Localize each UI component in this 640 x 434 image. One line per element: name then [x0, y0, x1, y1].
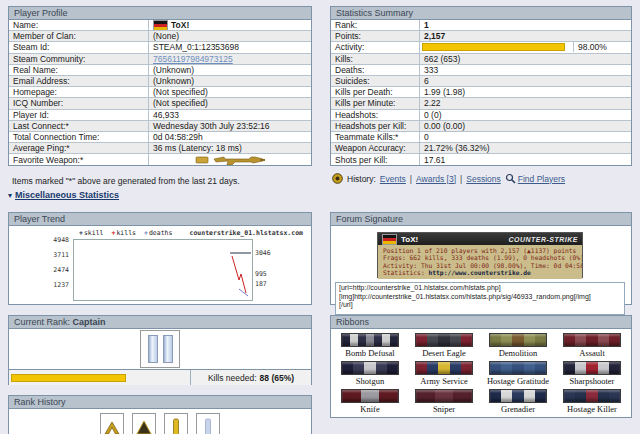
- ytick-2474: 2474: [37, 266, 69, 274]
- profile-value: STEAM_0:1:12353698: [149, 42, 311, 52]
- statistics-summary-table: Rank:1Points:2,157Activity:98.00%Kills:6…: [331, 20, 631, 165]
- forum-signature-header: Forum Signature: [331, 213, 631, 226]
- profile-label: Steam Community:: [9, 54, 149, 64]
- ribbon-image: [341, 361, 399, 375]
- stat-row: Rank:1: [331, 20, 631, 31]
- profile-value: Wednesday 30th July 23:52:16: [149, 121, 311, 131]
- statistics-summary-panel: Statistics Summary Rank:1Points:2,157Act…: [330, 6, 632, 166]
- generated-note: Items marked "*" above are generated fro…: [12, 176, 240, 186]
- link-separator: |: [460, 174, 462, 184]
- current-rank-panel: Current Rank: Captain Kills needed: 88 (…: [8, 315, 312, 385]
- activity-bar: [422, 43, 565, 51]
- signature-url: http://www.counterstrike.de: [429, 269, 531, 276]
- stat-label: Kills per Minute:: [331, 98, 420, 108]
- profile-row: Email Address:(Unknown): [9, 76, 311, 87]
- profile-row: Total Connection Time:0d 04:58:29h: [9, 132, 311, 143]
- stat-label: Headshots:: [331, 110, 420, 120]
- player-profile-table: Name:ToX!Member of Clan:(None)Steam Id:S…: [9, 20, 311, 165]
- history-label: History:: [347, 174, 376, 184]
- page: { "colors": { "accent_yellow": "#f2c500"…: [0, 0, 640, 434]
- profile-row: Favorite Weapon:*: [9, 154, 311, 165]
- history-icon: [332, 173, 343, 184]
- profile-row: Name:ToX!: [9, 20, 311, 31]
- stat-label: Activity:: [331, 42, 420, 52]
- ribbon-label: Sniper: [407, 404, 481, 414]
- steam-community-link[interactable]: 76561197984973125: [153, 54, 233, 64]
- player-trend-panel: Player Trend +skill +kills +deaths count…: [8, 212, 312, 305]
- profile-value: (Unknown): [149, 76, 311, 86]
- kills-needed-label: Kills needed:: [208, 373, 257, 383]
- ribbon-item: Knife: [333, 388, 407, 416]
- stat-label: Teammate Kills:*: [331, 132, 420, 142]
- find-players-link[interactable]: Find Players: [505, 173, 565, 184]
- profile-row: Player Id:46,933: [9, 110, 311, 121]
- insignia-bar: [163, 335, 173, 363]
- signature-image: ToX! Counter-Strike Position 1 of 210 pl…: [377, 232, 583, 278]
- ribbon-item: Sniper: [407, 388, 481, 416]
- stat-value: 2,157: [420, 31, 631, 41]
- ribbon-image: [563, 361, 621, 375]
- signature-player-name: ToX!: [401, 235, 418, 244]
- ribbons-grid: Bomb DefusalDesert EagleDemolitionAssaul…: [331, 329, 631, 416]
- ribbon-label: Army Service: [407, 376, 481, 386]
- stat-row: Teammate Kills:*0: [331, 132, 631, 143]
- ribbon-image: [415, 361, 473, 375]
- ribbon-item: Desert Eagle: [407, 332, 481, 360]
- profile-label: Homepage:: [9, 87, 149, 97]
- ribbon-label: Grenadier: [481, 404, 555, 414]
- profile-label: Player Id:: [9, 110, 149, 120]
- profile-label: Name:: [9, 20, 149, 30]
- stat-label: Suicides:: [331, 76, 420, 86]
- ribbon-image: [489, 361, 547, 375]
- misc-statistics-link[interactable]: Miscellaneous Statistics: [15, 190, 119, 200]
- ribbon-image: [563, 333, 621, 347]
- ribbon-image: [341, 333, 399, 347]
- captain-insignia-icon: [140, 330, 180, 368]
- rank-progress-cell: [9, 370, 191, 385]
- chart-watermark: counterstrike_01.hlstatsx.com: [190, 229, 304, 237]
- stat-value: 0.00 (0.00): [420, 121, 631, 131]
- ribbon-label: Hostage Gratitude: [481, 376, 555, 386]
- stat-value: 2.22: [420, 98, 631, 108]
- history-link-events[interactable]: Events: [380, 174, 406, 184]
- stat-label: Kills per Death:: [331, 87, 420, 97]
- statistics-summary-header: Statistics Summary: [331, 7, 631, 20]
- profile-row: Last Connect:*Wednesday 30th July 23:52:…: [9, 121, 311, 132]
- legend-marker-skill: +: [79, 229, 83, 237]
- profile-value: 46,933: [149, 110, 311, 120]
- kills-needed-value: 88 (65%): [260, 373, 295, 383]
- legend-item-deaths: +deaths: [144, 229, 172, 237]
- trend-line-deaths: [239, 289, 248, 296]
- profile-row: Homepage:(Not specified): [9, 87, 311, 98]
- rank-chevron-gold-icon: [100, 413, 124, 434]
- rank-history-panel: Rank History: [8, 395, 312, 434]
- rank-history-body: [9, 409, 311, 434]
- player-profile-panel: Player Profile Name:ToX!Member of Clan:(…: [8, 6, 312, 166]
- history-link-sessions[interactable]: Sessions: [466, 174, 501, 184]
- bbcode-textarea[interactable]: [url=http://counterstrike_01.hlstatsx.co…: [335, 282, 625, 315]
- ytick-4948: 4948: [37, 236, 69, 244]
- current-rank-name: Captain: [73, 317, 106, 327]
- ribbon-item: Demolition: [481, 332, 555, 360]
- profile-label: Email Address:: [9, 76, 149, 86]
- ribbon-image: [415, 389, 473, 403]
- germany-flag-icon: [153, 20, 168, 30]
- stat-row: Points:2,157: [331, 31, 631, 42]
- legend-item-skill: +skill: [79, 229, 104, 237]
- ribbon-label: Desert Eagle: [407, 348, 481, 358]
- profile-value: (Not specified): [149, 87, 311, 97]
- ribbon-item: Hostage Killer: [555, 388, 629, 416]
- stat-label: Deaths:: [331, 65, 420, 75]
- profile-value: 76561197984973125: [149, 54, 311, 64]
- profile-row: Real Name:(Unknown): [9, 65, 311, 76]
- signature-stats-text: Position 1 of 210 players with 2,157 (▲1…: [378, 245, 582, 279]
- current-rank-body: [9, 329, 311, 369]
- activity-bar-zone: [420, 43, 570, 51]
- stat-value: 6: [420, 76, 631, 86]
- profile-row: Steam Id:STEAM_0:1:12353698: [9, 42, 311, 53]
- history-link-awards[interactable]: Awards [3]: [416, 174, 456, 184]
- stat-row: Weapon Accuracy:21.72% (36.32%): [331, 143, 631, 154]
- stat-value: 98.00%: [420, 42, 631, 52]
- ribbon-label: Knife: [333, 404, 407, 414]
- stat-label: Points:: [331, 31, 420, 41]
